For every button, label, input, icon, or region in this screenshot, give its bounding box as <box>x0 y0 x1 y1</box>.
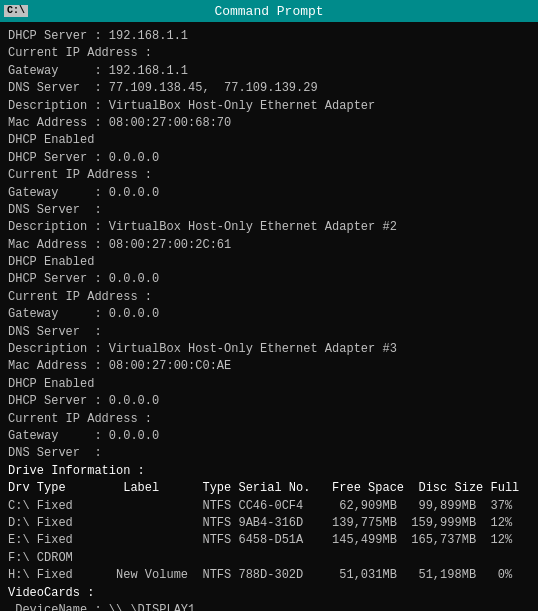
console-line: Description : VirtualBox Host-Only Ether… <box>8 98 530 115</box>
console-line: DHCP Enabled <box>8 376 530 393</box>
console-line: DNS Server : 77.109.138.45, 77.109.139.2… <box>8 80 530 97</box>
console-line: Mac Address : 08:00:27:00:2C:61 <box>8 237 530 254</box>
console-line: DHCP Enabled <box>8 132 530 149</box>
console-line: DHCP Server : 0.0.0.0 <box>8 393 530 410</box>
console-line: Description : VirtualBox Host-Only Ether… <box>8 219 530 236</box>
console-line: Current IP Address : <box>8 167 530 184</box>
console-line: VideoCards : <box>8 585 530 602</box>
console[interactable]: DHCP Server : 192.168.1.1Current IP Addr… <box>0 22 538 611</box>
console-line: DNS Server : <box>8 202 530 219</box>
console-line: Gateway : 0.0.0.0 <box>8 185 530 202</box>
console-line: Mac Address : 08:00:27:00:68:70 <box>8 115 530 132</box>
console-line: DeviceName : \\.\DISPLAY1 <box>8 602 530 611</box>
console-line: DNS Server : <box>8 445 530 462</box>
console-line: DHCP Server : 0.0.0.0 <box>8 271 530 288</box>
titlebar: C:\ Command Prompt <box>0 0 538 22</box>
console-line: Current IP Address : <box>8 289 530 306</box>
console-line: Mac Address : 08:00:27:00:C0:AE <box>8 358 530 375</box>
console-line: Drive Information : <box>8 463 530 480</box>
console-line: Gateway : 0.0.0.0 <box>8 306 530 323</box>
console-line: Gateway : 0.0.0.0 <box>8 428 530 445</box>
console-line: Gateway : 192.168.1.1 <box>8 63 530 80</box>
console-line: D:\ Fixed NTFS 9AB4-316D 139,775MB 159,9… <box>8 515 530 532</box>
console-line: F:\ CDROM <box>8 550 530 567</box>
console-line: Drv Type Label Type Serial No. Free Spac… <box>8 480 530 497</box>
console-line: DNS Server : <box>8 324 530 341</box>
console-line: Current IP Address : <box>8 411 530 428</box>
console-line: H:\ Fixed New Volume NTFS 788D-302D 51,0… <box>8 567 530 584</box>
console-line: Description : VirtualBox Host-Only Ether… <box>8 341 530 358</box>
console-line: DHCP Server : 0.0.0.0 <box>8 150 530 167</box>
console-line: E:\ Fixed NTFS 6458-D51A 145,499MB 165,7… <box>8 532 530 549</box>
console-line: DHCP Server : 192.168.1.1 <box>8 28 530 45</box>
titlebar-icon: C:\ <box>4 5 28 17</box>
console-line: C:\ Fixed NTFS CC46-0CF4 62,909MB 99,899… <box>8 498 530 515</box>
console-line: DHCP Enabled <box>8 254 530 271</box>
titlebar-title: Command Prompt <box>214 4 323 19</box>
console-line: Current IP Address : <box>8 45 530 62</box>
